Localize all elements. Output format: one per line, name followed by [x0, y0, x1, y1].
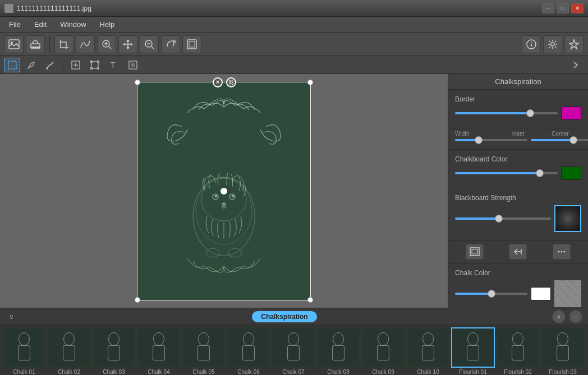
handle-bottom-right[interactable]	[307, 297, 313, 303]
panel-scroll-area: Border Width Inset Corner	[448, 90, 588, 308]
settings-tool-button[interactable]	[543, 35, 562, 53]
add-element-button[interactable]	[68, 58, 84, 72]
crop-tool-button[interactable]	[54, 35, 74, 53]
menu-edit[interactable]: Edit	[27, 18, 53, 31]
film-thumbnail	[451, 327, 495, 368]
menu-window[interactable]: Window	[53, 18, 93, 31]
svg-rect-27	[97, 67, 99, 70]
inset-slider[interactable]	[531, 139, 588, 141]
film-thumbnail	[406, 327, 450, 368]
chalkboard-color-slider[interactable]	[455, 172, 558, 174]
info-tool-button[interactable]	[522, 35, 541, 53]
blackboard-strength-slider[interactable]	[455, 217, 551, 220]
maximize-button[interactable]: □	[557, 3, 569, 13]
close-button[interactable]: ✕	[571, 3, 584, 13]
zoom-in-button[interactable]	[97, 35, 116, 53]
filmstrip-item[interactable]: Chalk 04	[137, 327, 181, 375]
canvas-area[interactable]: ✕ ⛓	[0, 74, 448, 308]
film-label: Chalk 03	[103, 369, 125, 375]
filmstrip-item[interactable]: Chalk 02	[47, 327, 91, 375]
filmstrip-item[interactable]: Flourish 03	[541, 327, 585, 375]
effects-tool-button[interactable]	[564, 35, 584, 53]
stamp-tool-button[interactable]	[26, 35, 45, 53]
width-slider[interactable]	[455, 139, 527, 141]
film-thumb-inner	[93, 328, 135, 367]
filmstrip-item[interactable]: Chalk 08	[316, 327, 360, 375]
svg-rect-83	[497, 328, 539, 367]
chalk-texture-preview	[554, 280, 581, 307]
main-area: ✕ ⛓ Chalkspiration Border	[0, 74, 588, 308]
menu-help[interactable]: Help	[93, 18, 122, 31]
app-icon	[4, 4, 13, 13]
main-toolbar	[0, 33, 588, 56]
filmstrip-item[interactable]: Flourish 01	[451, 327, 495, 375]
filmstrip-item[interactable]: Chalk 10	[406, 327, 450, 375]
film-thumb-inner	[452, 328, 494, 367]
blackboard-preview-inner	[555, 206, 580, 231]
move-tool-button[interactable]	[118, 35, 137, 53]
select-rect-button[interactable]	[4, 58, 20, 72]
svg-point-47	[558, 251, 560, 253]
chalk-color-slider[interactable]	[455, 293, 527, 295]
filmstrip-remove-button[interactable]: −	[569, 310, 582, 323]
text-tool-button[interactable]: T	[106, 58, 122, 72]
filmstrip-item[interactable]: Chalk 09	[361, 327, 405, 375]
svg-point-40	[222, 202, 226, 206]
svg-rect-80	[452, 328, 494, 367]
chalk-color-swatch[interactable]	[531, 287, 551, 300]
svg-line-5	[109, 47, 111, 49]
width-slider-row	[455, 139, 581, 141]
svg-rect-25	[97, 61, 99, 63]
subtoolbar-separator-1	[63, 59, 63, 71]
handle-top-left[interactable]	[135, 80, 140, 85]
minimize-button[interactable]: ─	[542, 3, 554, 13]
film-label: Chalk 09	[372, 369, 394, 375]
filmstrip-item[interactable]: Flourish 02	[496, 327, 540, 375]
film-label: Chalk 08	[327, 369, 349, 375]
toolbar-separator-1	[49, 36, 50, 52]
filmstrip-toggle-button[interactable]: ∨	[6, 311, 17, 322]
handle-bottom-left[interactable]	[135, 297, 140, 303]
panel-mini-buttons	[448, 240, 588, 263]
export-tool-button[interactable]	[182, 35, 201, 53]
scroll-right-button[interactable]	[568, 58, 584, 72]
film-label: Chalk 10	[417, 369, 439, 375]
film-label: Chalk 02	[58, 369, 80, 375]
film-thumb-inner	[362, 328, 404, 367]
filmstrip-item[interactable]: Chalk 03	[92, 327, 136, 375]
zoom-out-button[interactable]	[140, 35, 159, 53]
film-thumbnail	[2, 327, 46, 368]
transform-button[interactable]	[87, 58, 103, 72]
blackboard-strength-section: Blackboard Strength	[448, 188, 588, 240]
svg-rect-74	[362, 328, 404, 367]
filmstrip-item[interactable]: Chalk 07	[272, 327, 315, 375]
chalkboard-color-swatch[interactable]	[561, 166, 581, 180]
image-tool-button[interactable]	[4, 35, 24, 53]
handle-top-right[interactable]	[307, 80, 313, 85]
mask-tool-button[interactable]	[125, 58, 141, 72]
svg-point-15	[531, 41, 532, 43]
pen-select-button[interactable]	[24, 58, 39, 72]
border-color-swatch[interactable]	[561, 107, 581, 120]
filmstrip-title-bar: Chalkspiration	[17, 311, 552, 322]
border-slider[interactable]	[455, 112, 558, 114]
svg-rect-68	[273, 328, 314, 367]
more-mini-button[interactable]	[553, 244, 571, 260]
chalkboard-color-label: Chalkboard Color	[455, 155, 581, 163]
filmstrip-tab[interactable]: Chalkspiration	[252, 311, 316, 322]
filmstrip-item[interactable]: Chalk 05	[182, 327, 226, 375]
border-sub-section: Width Inset Corner	[448, 128, 588, 150]
filmstrip-add-button[interactable]: +	[552, 310, 566, 323]
filmstrip-item[interactable]: Chalk 01	[2, 327, 46, 375]
filmstrip-item[interactable]: Chalk 06	[227, 327, 270, 375]
redo-tool-button[interactable]	[161, 35, 180, 53]
film-label: Flourish 03	[549, 369, 576, 375]
frame-mini-button[interactable]	[466, 244, 484, 260]
chalkboard-color-section: Chalkboard Color	[448, 150, 588, 188]
brush-select-button[interactable]	[43, 58, 58, 72]
menu-file[interactable]: File	[2, 18, 27, 31]
border-slider-row	[455, 107, 581, 120]
prev-mini-button[interactable]	[509, 244, 527, 260]
curve-tool-button[interactable]	[76, 35, 95, 53]
window-controls: ─ □ ✕	[542, 3, 584, 13]
